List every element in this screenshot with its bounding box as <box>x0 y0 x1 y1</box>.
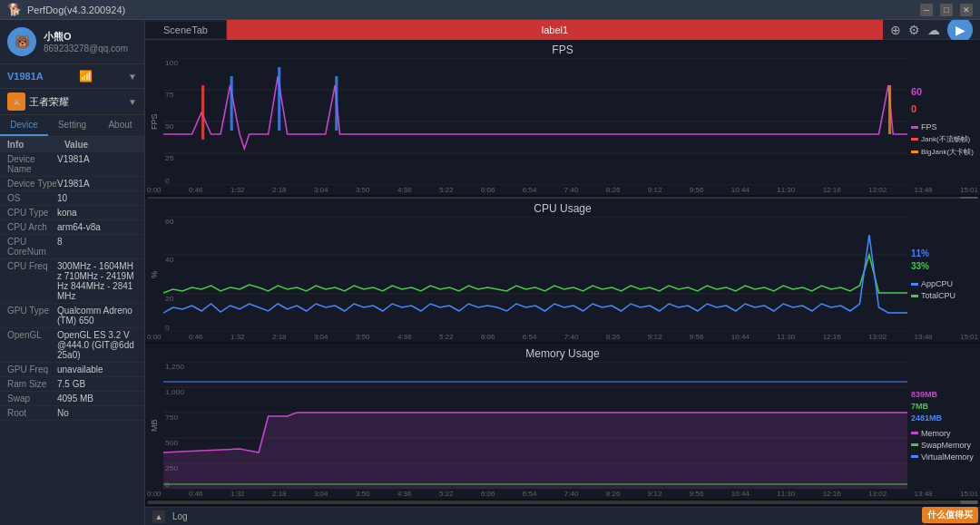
cpu-legend-total-label: TotalCPU <box>921 291 956 300</box>
fps-value-0: 0 <box>911 103 976 114</box>
game-name: 王者荣耀 <box>29 95 124 109</box>
fps-value-60: 60 <box>911 86 976 97</box>
memory-legend-virtual-dot <box>911 455 918 458</box>
svg-text:75: 75 <box>165 91 174 99</box>
maximize-button[interactable]: □ <box>940 4 953 16</box>
game-dropdown-arrow: ▼ <box>128 97 137 107</box>
svg-text:500: 500 <box>165 439 178 447</box>
location-icon[interactable]: ⊕ <box>890 23 901 37</box>
cloud-icon[interactable]: ☁ <box>927 23 940 37</box>
svg-rect-14 <box>888 85 891 134</box>
svg-text:750: 750 <box>165 413 178 422</box>
main-container: 🐻 小熊O 869233278@qq.com V1981A 📶 ▼ ⚔ 王者荣耀… <box>0 20 980 525</box>
info-row: Swap4095 MB <box>0 392 144 406</box>
memory-scrollbar[interactable] <box>145 499 980 506</box>
fps-legend-jank: Jank(不流畅帧) <box>911 134 976 144</box>
memory-legend-virtual-label: VirtualMemory <box>921 452 974 462</box>
svg-rect-11 <box>230 76 233 131</box>
info-row: RootNo <box>0 406 144 421</box>
svg-text:0: 0 <box>165 177 170 185</box>
svg-text:60: 60 <box>165 218 174 226</box>
play-button[interactable]: ▶ <box>947 20 973 43</box>
wifi-icon: 📶 <box>79 70 93 83</box>
tab-device[interactable]: Device <box>0 115 48 136</box>
cpu-chart: CPU Usage % 60 40 20 <box>145 199 980 344</box>
fps-legend: 60 0 FPS Jank(不流畅帧) BigJank(大卡帧) <box>907 58 980 185</box>
fps-chart: FPS FPS 100 75 <box>145 40 980 199</box>
title-bar-title: 🐕 PerfDog(v4.3.200924) <box>7 3 125 16</box>
avatar: 🐻 <box>7 27 36 56</box>
user-section: 🐻 小熊O 869233278@qq.com <box>0 20 144 64</box>
fps-svg-area: 100 75 50 25 0 <box>163 58 907 185</box>
scene-tab-bar: SceneTab label1 ⊕ ⚙ ☁ ▶ <box>145 20 980 40</box>
memory-legend: 839MB 7MB 2481MB Memory SwapMemory <box>907 362 980 489</box>
fps-x-axis: 0:000:461:322:183:043:504:365:226:066:54… <box>145 185 980 195</box>
svg-text:50: 50 <box>165 122 174 131</box>
memory-value-swap: 7MB <box>911 402 976 411</box>
cpu-value-total: 33% <box>911 261 976 271</box>
cpu-value-app: 11% <box>911 248 976 258</box>
game-section[interactable]: ⚔ 王者荣耀 ▼ <box>0 89 144 115</box>
device-tabs: Device Setting About <box>0 115 144 137</box>
memory-svg-area: 1,250 1,000 750 500 250 0 <box>163 362 907 489</box>
charts-area: FPS FPS 100 75 <box>145 40 980 507</box>
log-label: Log <box>172 511 188 521</box>
cpu-x-axis: 0:000:461:322:183:043:504:365:226:066:54… <box>145 332 980 342</box>
cpu-legend: 11% 33% AppCPU TotalCPU <box>907 217 980 332</box>
memory-y-label: MB <box>145 362 163 489</box>
memory-x-axis: 0:000:461:322:183:043:504:365:226:066:54… <box>145 489 980 499</box>
fps-legend-bigjank: BigJank(大卡帧) <box>911 147 976 157</box>
tab-setting[interactable]: Setting <box>48 115 96 136</box>
memory-legend-mem: Memory <box>911 429 976 438</box>
log-bar: ▲ Log <box>145 507 980 525</box>
fps-legend-fps-dot <box>911 126 918 129</box>
content-area: SceneTab label1 ⊕ ⚙ ☁ ▶ FPS FPS <box>145 20 980 525</box>
svg-text:1,000: 1,000 <box>165 388 184 396</box>
info-row: Ram Size7.5 GB <box>0 377 144 392</box>
title-bar-controls: ─ □ ✕ <box>920 4 973 16</box>
minimize-button[interactable]: ─ <box>920 4 933 16</box>
svg-text:25: 25 <box>165 154 174 162</box>
tab-about[interactable]: About <box>96 115 144 136</box>
gear-icon[interactable]: ⚙ <box>908 23 920 37</box>
memory-legend-swap-label: SwapMemory <box>921 441 971 450</box>
info-header: Info Value <box>0 137 144 152</box>
watermark: 什么值得买 <box>922 507 978 523</box>
memory-legend-swap: SwapMemory <box>911 441 976 450</box>
info-row: CPU Archarm64-v8a <box>0 220 144 235</box>
info-row: GPU TypeQualcomm Adreno (TM) 650 <box>0 304 144 328</box>
device-section[interactable]: V1981A 📶 ▼ <box>0 64 144 89</box>
log-toggle-button[interactable]: ▲ <box>152 510 165 523</box>
svg-text:100: 100 <box>165 59 178 67</box>
user-id: 869233278@qq.com <box>44 44 128 53</box>
info-row: CPU Freq300MHz - 1604MHz 710MHz - 2419MH… <box>0 259 144 304</box>
fps-legend-fps: FPS <box>911 122 976 131</box>
device-dropdown-arrow: ▼ <box>128 72 137 82</box>
memory-chart-title: Memory Usage <box>145 344 980 362</box>
memory-value-virtual: 2481MB <box>911 413 976 423</box>
title-bar: 🐕 PerfDog(v4.3.200924) ─ □ ✕ <box>0 0 980 20</box>
memory-scrollbar-track <box>147 501 978 504</box>
fps-legend-jank-dot <box>911 138 918 141</box>
memory-legend-mem-dot <box>911 432 918 434</box>
memory-scrollbar-thumb[interactable] <box>960 501 978 504</box>
user-name: 小熊O <box>44 30 128 44</box>
top-icons: ⊕ ⚙ ☁ ▶ <box>883 20 980 43</box>
info-row: CPU CoreNum8 <box>0 235 144 259</box>
memory-value-mem: 839MB <box>911 390 976 399</box>
svg-rect-12 <box>278 67 280 131</box>
cpu-legend-total: TotalCPU <box>911 291 976 300</box>
scene-tab-label[interactable]: SceneTab <box>145 22 227 38</box>
fps-legend-bigjank-label: BigJank(大卡帧) <box>921 147 974 157</box>
svg-text:20: 20 <box>165 295 174 303</box>
info-row: Device TypeV1981A <box>0 177 144 191</box>
info-table: Info Value Device NameV1981ADevice TypeV… <box>0 137 144 525</box>
game-icon: ⚔ <box>7 92 25 111</box>
sidebar: 🐻 小熊O 869233278@qq.com V1981A 📶 ▼ ⚔ 王者荣耀… <box>0 20 145 525</box>
label1-bar: label1 <box>227 20 883 40</box>
cpu-y-label: % <box>145 217 163 332</box>
info-row: GPU Frequnavailable <box>0 363 144 377</box>
memory-legend-mem-label: Memory <box>921 429 951 438</box>
info-row: OS10 <box>0 191 144 206</box>
close-button[interactable]: ✕ <box>960 4 973 16</box>
